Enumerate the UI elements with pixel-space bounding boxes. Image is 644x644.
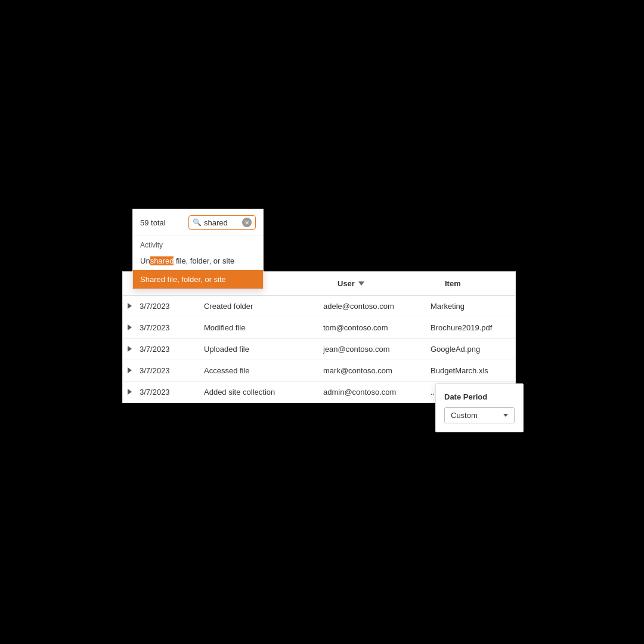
total-count: 59 total	[140, 218, 166, 227]
row-user: admin@contoso.com	[314, 382, 421, 402]
date-period-panel: Date Period Custom	[435, 383, 524, 432]
row-user: mark@contoso.com	[314, 360, 421, 381]
row-expand-btn[interactable]	[123, 303, 137, 310]
row-activity: Added site collection	[194, 382, 314, 402]
col-header-item: Item	[435, 272, 515, 295]
autocomplete-prefix: Un	[140, 256, 150, 265]
row-item: BudgetMarch.xls	[421, 360, 515, 381]
row-date: 3/7/2023	[137, 296, 194, 317]
row-date: 3/7/2023	[137, 360, 194, 381]
table-row: 3/7/2023 Modified file tom@contoso.com B…	[123, 317, 515, 339]
search-icon: 🔍	[193, 218, 202, 227]
row-item: GoogleAd.png	[421, 339, 515, 360]
row-activity: Uploaded file	[194, 339, 314, 360]
row-activity: Accessed file	[194, 360, 314, 381]
row-user: adele@contoso.com	[314, 296, 421, 317]
row-activity: Modified file	[194, 317, 314, 338]
autocomplete-highlight: shared	[150, 256, 174, 265]
table-row: 3/7/2023 Accessed file mark@contoso.com …	[123, 360, 515, 382]
col-header-user[interactable]: User	[328, 272, 435, 295]
col-user-label: User	[338, 279, 355, 288]
date-period-title: Date Period	[444, 392, 515, 401]
search-input-wrapper[interactable]: 🔍 ✕	[188, 215, 256, 230]
row-expand-btn[interactable]	[123, 389, 137, 396]
row-date: 3/7/2023	[137, 317, 194, 338]
autocomplete-suffix-selected: file, folder, or site	[165, 275, 226, 284]
autocomplete-item-unshared[interactable]: Unshared file, folder, or site	[133, 252, 263, 270]
search-header: 59 total 🔍 ✕	[133, 209, 263, 236]
table-row: 3/7/2023 Created folder adele@contoso.co…	[123, 296, 515, 317]
autocomplete-highlight-selected: Shared	[140, 275, 165, 284]
autocomplete-item-shared[interactable]: Shared file, folder, or site	[133, 270, 263, 289]
table-row: 3/7/2023 Uploaded file jean@contoso.com …	[123, 339, 515, 360]
col-item-label: Item	[445, 279, 461, 288]
search-autocomplete-panel: 59 total 🔍 ✕ Activity Unshared file, fol…	[132, 209, 264, 289]
row-date: 3/7/2023	[137, 339, 194, 360]
row-item: Brochure2019.pdf	[421, 317, 515, 338]
row-item: Marketing	[421, 296, 515, 317]
row-expand-btn[interactable]	[123, 367, 137, 374]
row-expand-btn[interactable]	[123, 324, 137, 332]
clear-search-button[interactable]: ✕	[242, 218, 252, 227]
row-date: 3/7/2023	[137, 382, 194, 402]
chevron-down-icon	[503, 414, 508, 417]
row-activity: Created folder	[194, 296, 314, 317]
date-period-select[interactable]: Custom	[444, 407, 515, 423]
autocomplete-suffix: file, folder, or site	[174, 256, 234, 265]
user-filter-icon[interactable]	[358, 281, 364, 286]
row-expand-btn[interactable]	[123, 346, 137, 353]
row-user: tom@contoso.com	[314, 317, 421, 338]
row-user: jean@contoso.com	[314, 339, 421, 360]
autocomplete-category-label: Activity	[133, 236, 263, 252]
search-input[interactable]	[204, 218, 240, 227]
date-period-value: Custom	[451, 411, 478, 420]
